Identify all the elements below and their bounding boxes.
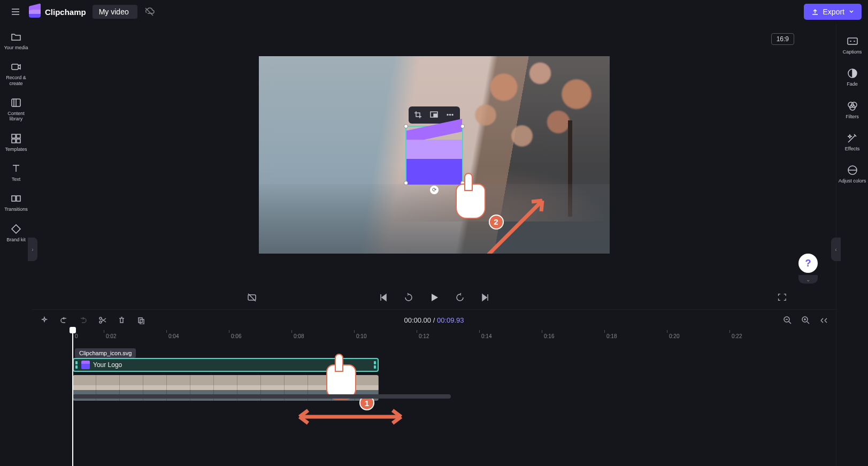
cc-off-icon [247,293,257,302]
scissors-icon [98,316,106,324]
split-button[interactable] [96,314,108,326]
brand-kit-icon [10,223,22,235]
resize-handle-tr[interactable] [460,124,465,128]
sidebar-record-create[interactable]: Record & create [1,58,31,90]
chevron-down-icon [849,9,854,14]
right-sidebar: Captions Fade Filters Effects Adjust col… [836,24,868,466]
project-title-input[interactable] [93,5,137,19]
undo-button[interactable] [58,314,70,326]
templates-icon [10,133,22,144]
svg-point-14 [99,317,102,319]
svg-point-15 [99,321,102,323]
panel-captions[interactable]: Captions [838,32,867,59]
preview-area: ⟳ 2 [32,24,836,286]
sidebar-brand-kit[interactable]: Brand kit [1,220,31,247]
closed-captions-toggle[interactable] [245,291,259,304]
pip-button[interactable] [427,109,442,121]
sidebar-transitions[interactable]: Transitions [1,189,31,216]
library-icon [10,97,22,109]
svg-point-10 [447,114,448,116]
svg-rect-6 [12,196,16,201]
selected-overlay-asset[interactable]: ⟳ [405,126,463,184]
current-time: 00:00.00 [404,316,431,324]
menu-button[interactable] [6,3,25,21]
svg-rect-7 [17,196,20,201]
crop-button[interactable] [411,109,426,121]
timeline-toolbar: 00:00.00 / 00:09.93 [32,310,836,330]
skip-start-button[interactable] [376,291,390,304]
forward-button[interactable] [453,291,467,304]
fullscreen-button[interactable] [775,291,789,304]
redo-button[interactable] [77,314,89,326]
effects-icon [847,132,858,144]
more-options-button[interactable] [443,109,458,121]
text-icon [10,163,22,174]
copy-icon [137,316,145,324]
zoom-in-icon [802,316,810,324]
zoom-out-icon [783,316,792,324]
timeline-ruler[interactable]: 0 0:02 0:04 0:06 0:08 0:10 0:12 0:14 0:1… [32,330,836,343]
svg-rect-0 [12,64,18,70]
left-sidebar: Your media Record & create Content libra… [0,24,32,466]
captions-icon [847,35,858,47]
filters-icon [847,100,858,112]
clip-filename-tooltip: Clipchamp_icon.svg [75,348,136,358]
timecode-display: 00:00.00 / 00:09.93 [404,316,464,324]
overlay-track[interactable]: Your Logo [73,358,836,372]
play-button[interactable] [427,291,441,304]
folder-icon [10,31,22,43]
sidebar-content-library[interactable]: Content library [1,94,31,126]
panel-effects[interactable]: Effects [838,129,867,156]
collapse-preview-tab[interactable]: ⌄ [798,275,818,284]
delete-button[interactable] [116,314,127,326]
zoom-out-button[interactable] [781,314,793,326]
video-canvas[interactable]: ⟳ 2 [259,56,610,254]
app-logo-group[interactable]: Clipchamp [29,6,86,18]
clip-thumbnail-icon [81,361,90,369]
magic-tool-button[interactable] [39,314,50,326]
fullscreen-icon [777,293,787,302]
logo-clip[interactable]: Your Logo [73,358,379,372]
rotate-handle[interactable]: ⟳ [430,186,439,194]
timeline-section: 00:00.00 / 00:09.93 0 0:02 0:04 0:06 0:0… [32,309,836,401]
more-horizontal-icon [446,111,454,119]
trash-icon [118,316,126,324]
skip-end-button[interactable] [479,291,493,304]
svg-rect-20 [848,38,857,44]
clipchamp-logo-icon [29,6,41,18]
sidebar-templates[interactable]: Templates [1,129,31,156]
zoom-fit-button[interactable] [818,314,829,326]
clip-trim-handle-left[interactable] [75,361,78,369]
panel-fade[interactable]: Fade [838,64,867,91]
playhead[interactable] [72,328,73,466]
resize-handle-tl[interactable] [404,124,408,128]
right-sidebar-expand[interactable]: ‹ [831,238,841,261]
rewind-button[interactable] [402,291,416,304]
picture-in-picture-icon [430,111,438,119]
transitions-icon [10,193,22,204]
total-duration: 00:09.93 [437,316,464,324]
annotation-arrow-diagonal [473,195,553,254]
playback-controls [32,286,836,309]
export-button[interactable]: Export [804,4,862,20]
svg-point-11 [450,114,451,116]
fit-icon [820,316,828,324]
timeline-tracks: Clipchamp_icon.svg Your Logo [32,343,836,401]
resize-handle-bl[interactable] [404,181,408,185]
svg-rect-3 [17,134,20,138]
sidebar-text[interactable]: Text [1,159,31,186]
svg-rect-4 [12,139,16,143]
cloud-off-icon[interactable] [144,6,155,17]
zoom-in-button[interactable] [800,314,811,326]
panel-filters[interactable]: Filters [838,97,867,124]
app-header: Clipchamp Export [0,0,868,24]
panel-adjust-colors[interactable]: Adjust colors [838,161,867,188]
timeline-scrollbar[interactable] [73,394,828,399]
help-button[interactable]: ? [798,254,818,273]
resize-handle-br[interactable] [460,181,465,185]
duplicate-button[interactable] [135,314,147,326]
svg-point-12 [452,114,453,116]
clip-trim-handle-right[interactable] [374,361,376,369]
skip-back-icon [378,293,388,302]
sidebar-your-media[interactable]: Your media [1,28,31,55]
